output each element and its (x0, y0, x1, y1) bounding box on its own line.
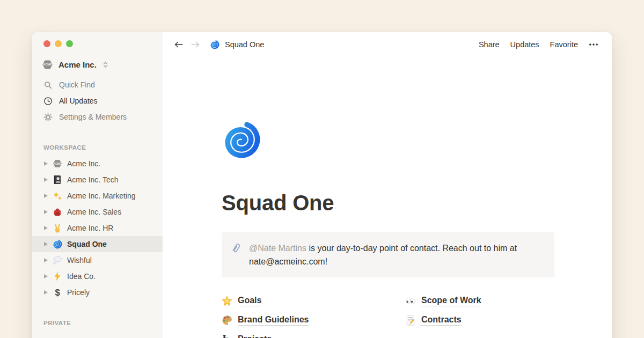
palette-icon (222, 315, 232, 326)
chevron-updown-icon (102, 61, 109, 68)
link-label[interactable]: Contracts (421, 315, 462, 326)
page-item-label: Wishful (67, 256, 92, 264)
locomotive-icon (222, 334, 232, 338)
clock-icon (43, 97, 53, 106)
expand-toggle-icon[interactable] (44, 290, 48, 295)
menu-label: Quick Find (59, 80, 95, 89)
notebook-icon (53, 175, 62, 185)
sidebar-item-quick-find[interactable]: Quick Find (32, 77, 163, 93)
backpack-icon (53, 207, 62, 217)
callout-text: @Nate Martins is your day-to-day point o… (249, 241, 546, 268)
window-controls (32, 40, 163, 47)
page-cyclone-icon[interactable] (222, 120, 261, 159)
high-voltage-icon (53, 271, 62, 281)
expand-toggle-icon[interactable] (44, 274, 48, 278)
sidebar-item-acme-tech[interactable]: Acme Inc. Tech (32, 172, 163, 188)
workspace-section-label: WORKSPACE (43, 144, 163, 151)
thought-balloon-icon (53, 255, 62, 265)
eyes-icon (405, 296, 416, 306)
svg-text:ACME: ACME (43, 63, 52, 66)
callout-block[interactable]: @Nate Martins is your day-to-day point o… (222, 232, 554, 277)
expand-toggle-icon[interactable] (44, 258, 48, 262)
zoom-button[interactable] (66, 40, 73, 47)
expand-toggle-icon[interactable] (44, 194, 48, 198)
sidebar-item-squad-one[interactable]: Squad One (32, 236, 163, 252)
page-item-label: Acme Inc. Marketing (67, 192, 136, 200)
page-title: Squad One (222, 192, 554, 214)
sparkles-icon (53, 191, 62, 201)
acme-logo-icon: ACME (53, 159, 62, 168)
link-projects[interactable]: Projects (222, 330, 405, 338)
sidebar-menu: Quick Find All Updates Settings & Member… (32, 77, 163, 125)
workspace-name: Acme Inc. (58, 60, 97, 69)
topbar-page-title: Squad One (225, 40, 264, 49)
page-item-label: Acme Inc. (67, 159, 100, 168)
back-arrow-icon[interactable] (174, 40, 184, 49)
sidebar-item-settings-members[interactable]: Settings & Members (32, 109, 163, 125)
main-area: Squad One Share Updates Favorite Squad O… (163, 32, 612, 338)
link-goals[interactable]: Goals (222, 291, 405, 311)
paperclip-icon (230, 243, 242, 254)
sidebar-item-wishful[interactable]: Wishful (32, 252, 163, 268)
expand-toggle-icon[interactable] (44, 210, 48, 214)
private-section-label: PRIVATE (43, 320, 163, 326)
victory-hand-icon (53, 223, 62, 233)
topbar-actions: Share Updates Favorite (479, 40, 598, 49)
link-label[interactable]: Brand Guidelines (238, 315, 309, 326)
expand-toggle-icon[interactable] (44, 242, 48, 246)
sidebar-item-acme-hr[interactable]: Acme Inc. HR (32, 220, 163, 236)
more-options-icon[interactable] (589, 40, 598, 49)
favorite-button[interactable]: Favorite (550, 40, 578, 49)
close-button[interactable] (43, 40, 50, 47)
expand-toggle-icon[interactable] (44, 226, 48, 230)
page-item-label: Acme Inc. HR (67, 224, 113, 232)
workspace-page-list: ACME Acme Inc. Acme Inc. Tech Acme Inc. … (32, 156, 163, 300)
star-icon (222, 296, 232, 306)
dollar-icon: $ (53, 288, 62, 297)
sidebar-item-pricely[interactable]: $ Pricely (32, 284, 163, 300)
page-item-label: Squad One (67, 240, 107, 248)
sidebar-item-acme-sales[interactable]: Acme Inc. Sales (32, 204, 163, 220)
page-links: Goals Brand Guidelines Projects Scope of (222, 291, 554, 338)
sidebar-item-acme-marketing[interactable]: Acme Inc. Marketing (32, 188, 163, 204)
link-brand-guidelines[interactable]: Brand Guidelines (222, 311, 405, 330)
memo-icon (405, 315, 416, 326)
sidebar-item-all-updates[interactable]: All Updates (32, 93, 163, 109)
workspace-logo-icon: ACME (42, 59, 53, 70)
cyclone-icon (210, 40, 219, 49)
cyclone-icon (53, 239, 62, 249)
link-label[interactable]: Goals (238, 296, 261, 306)
topbar: Squad One Share Updates Favorite (163, 32, 612, 56)
page-item-label: Idea Co. (67, 272, 96, 281)
links-column-2: Scope of Work Contracts (405, 291, 554, 338)
breadcrumb[interactable]: Squad One (210, 40, 264, 49)
sidebar: ACME Acme Inc. Quick Find All Updates Se… (32, 32, 163, 338)
page-item-label: Acme Inc. Tech (67, 175, 118, 184)
nav-arrows (174, 40, 200, 49)
forward-arrow-icon[interactable] (191, 40, 200, 49)
links-column-1: Goals Brand Guidelines Projects (222, 291, 405, 338)
gear-icon (43, 113, 53, 122)
svg-text:$: $ (55, 288, 60, 297)
workspace-switcher[interactable]: ACME Acme Inc. (42, 59, 163, 70)
updates-button[interactable]: Updates (510, 40, 539, 49)
link-contracts[interactable]: Contracts (405, 311, 554, 330)
person-mention[interactable]: @Nate Martins (249, 244, 306, 253)
search-icon (43, 80, 53, 90)
svg-text:ACME: ACME (54, 163, 62, 165)
sidebar-item-idea-co[interactable]: Idea Co. (32, 268, 163, 284)
menu-label: Settings & Members (59, 113, 127, 121)
page-content: Squad One @Nate Martins is your day-to-d… (222, 56, 554, 338)
page-item-label: Pricely (67, 288, 90, 297)
sidebar-item-acme-inc[interactable]: ACME Acme Inc. (32, 156, 163, 172)
minimize-button[interactable] (55, 40, 62, 47)
share-button[interactable]: Share (479, 40, 500, 49)
expand-toggle-icon[interactable] (44, 178, 48, 182)
page-item-label: Acme Inc. Sales (67, 208, 121, 216)
link-scope-of-work[interactable]: Scope of Work (405, 291, 554, 311)
menu-label: All Updates (59, 97, 98, 105)
app-window: ACME Acme Inc. Quick Find All Updates Se… (32, 32, 612, 338)
expand-toggle-icon[interactable] (44, 161, 48, 166)
link-label[interactable]: Projects (238, 334, 272, 338)
link-label[interactable]: Scope of Work (421, 296, 481, 306)
